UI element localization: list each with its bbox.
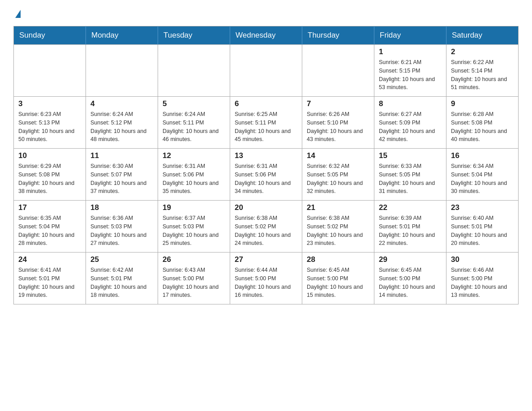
calendar-cell: 14Sunrise: 6:32 AMSunset: 5:05 PMDayligh… bbox=[302, 149, 374, 201]
calendar-cell: 10Sunrise: 6:29 AMSunset: 5:08 PMDayligh… bbox=[14, 149, 86, 201]
calendar-cell: 22Sunrise: 6:39 AMSunset: 5:01 PMDayligh… bbox=[374, 201, 446, 253]
day-info: Sunrise: 6:40 AMSunset: 5:01 PMDaylight:… bbox=[451, 214, 514, 248]
day-number: 28 bbox=[307, 255, 369, 264]
page-header bbox=[13, 9, 519, 17]
calendar-cell: 28Sunrise: 6:45 AMSunset: 5:00 PMDayligh… bbox=[302, 253, 374, 304]
day-info: Sunrise: 6:23 AMSunset: 5:13 PMDaylight:… bbox=[18, 110, 81, 144]
day-number: 19 bbox=[163, 203, 225, 212]
day-info: Sunrise: 6:37 AMSunset: 5:03 PMDaylight:… bbox=[163, 214, 225, 248]
day-number: 17 bbox=[18, 203, 81, 212]
day-info: Sunrise: 6:45 AMSunset: 5:00 PMDaylight:… bbox=[307, 266, 369, 300]
day-number: 13 bbox=[235, 151, 297, 160]
week-row-3: 10Sunrise: 6:29 AMSunset: 5:08 PMDayligh… bbox=[14, 149, 519, 201]
day-number: 21 bbox=[307, 203, 369, 212]
calendar-cell: 12Sunrise: 6:31 AMSunset: 5:06 PMDayligh… bbox=[158, 149, 230, 201]
day-info: Sunrise: 6:24 AMSunset: 5:11 PMDaylight:… bbox=[163, 110, 225, 144]
day-number: 23 bbox=[451, 203, 514, 212]
calendar-cell: 8Sunrise: 6:27 AMSunset: 5:09 PMDaylight… bbox=[374, 97, 446, 149]
day-number: 1 bbox=[379, 47, 442, 56]
day-number: 22 bbox=[379, 203, 442, 212]
day-number: 27 bbox=[235, 255, 297, 264]
week-row-2: 3Sunrise: 6:23 AMSunset: 5:13 PMDaylight… bbox=[14, 97, 519, 149]
calendar-cell: 30Sunrise: 6:46 AMSunset: 5:00 PMDayligh… bbox=[446, 253, 519, 304]
calendar-cell: 9Sunrise: 6:28 AMSunset: 5:08 PMDaylight… bbox=[446, 97, 519, 149]
weekday-header-wednesday: Wednesday bbox=[230, 26, 302, 45]
day-number: 26 bbox=[163, 255, 225, 264]
day-number: 3 bbox=[18, 99, 81, 108]
calendar-cell: 29Sunrise: 6:45 AMSunset: 5:00 PMDayligh… bbox=[374, 253, 446, 304]
weekday-header-friday: Friday bbox=[374, 26, 446, 45]
day-number: 9 bbox=[451, 99, 514, 108]
day-number: 7 bbox=[307, 99, 369, 108]
day-info: Sunrise: 6:45 AMSunset: 5:00 PMDaylight:… bbox=[379, 266, 442, 300]
calendar-cell: 16Sunrise: 6:34 AMSunset: 5:04 PMDayligh… bbox=[446, 149, 519, 201]
day-number: 18 bbox=[90, 203, 153, 212]
day-info: Sunrise: 6:22 AMSunset: 5:14 PMDaylight:… bbox=[451, 58, 514, 92]
day-info: Sunrise: 6:38 AMSunset: 5:02 PMDaylight:… bbox=[235, 214, 297, 248]
day-number: 20 bbox=[235, 203, 297, 212]
day-number: 16 bbox=[451, 151, 514, 160]
calendar-cell: 23Sunrise: 6:40 AMSunset: 5:01 PMDayligh… bbox=[446, 201, 519, 253]
calendar-cell: 20Sunrise: 6:38 AMSunset: 5:02 PMDayligh… bbox=[230, 201, 302, 253]
day-number: 30 bbox=[451, 255, 514, 264]
weekday-header-saturday: Saturday bbox=[446, 26, 519, 45]
day-number: 8 bbox=[379, 99, 442, 108]
day-number: 15 bbox=[379, 151, 442, 160]
day-info: Sunrise: 6:34 AMSunset: 5:04 PMDaylight:… bbox=[451, 162, 514, 196]
logo bbox=[13, 9, 21, 17]
day-info: Sunrise: 6:36 AMSunset: 5:03 PMDaylight:… bbox=[90, 214, 153, 248]
day-number: 12 bbox=[163, 151, 225, 160]
day-number: 11 bbox=[90, 151, 153, 160]
calendar-cell: 1Sunrise: 6:21 AMSunset: 5:15 PMDaylight… bbox=[374, 45, 446, 97]
day-number: 2 bbox=[451, 47, 514, 56]
day-number: 5 bbox=[163, 99, 225, 108]
calendar-cell: 7Sunrise: 6:26 AMSunset: 5:10 PMDaylight… bbox=[302, 97, 374, 149]
day-number: 6 bbox=[235, 99, 297, 108]
calendar-cell: 2Sunrise: 6:22 AMSunset: 5:14 PMDaylight… bbox=[446, 45, 519, 97]
day-number: 10 bbox=[18, 151, 81, 160]
day-info: Sunrise: 6:33 AMSunset: 5:05 PMDaylight:… bbox=[379, 162, 442, 196]
calendar-cell bbox=[302, 45, 374, 97]
day-info: Sunrise: 6:31 AMSunset: 5:06 PMDaylight:… bbox=[235, 162, 297, 196]
day-info: Sunrise: 6:42 AMSunset: 5:01 PMDaylight:… bbox=[90, 266, 153, 300]
day-info: Sunrise: 6:38 AMSunset: 5:02 PMDaylight:… bbox=[307, 214, 369, 248]
day-info: Sunrise: 6:39 AMSunset: 5:01 PMDaylight:… bbox=[379, 214, 442, 248]
calendar-cell bbox=[230, 45, 302, 97]
week-row-1: 1Sunrise: 6:21 AMSunset: 5:15 PMDaylight… bbox=[14, 45, 519, 97]
calendar-table: SundayMondayTuesdayWednesdayThursdayFrid… bbox=[13, 26, 519, 304]
calendar-cell: 18Sunrise: 6:36 AMSunset: 5:03 PMDayligh… bbox=[86, 201, 158, 253]
day-info: Sunrise: 6:27 AMSunset: 5:09 PMDaylight:… bbox=[379, 110, 442, 144]
weekday-header-thursday: Thursday bbox=[302, 26, 374, 45]
calendar-cell: 4Sunrise: 6:24 AMSunset: 5:12 PMDaylight… bbox=[86, 97, 158, 149]
weekday-header-row: SundayMondayTuesdayWednesdayThursdayFrid… bbox=[14, 26, 519, 45]
day-info: Sunrise: 6:46 AMSunset: 5:00 PMDaylight:… bbox=[451, 266, 514, 300]
calendar-cell: 11Sunrise: 6:30 AMSunset: 5:07 PMDayligh… bbox=[86, 149, 158, 201]
day-info: Sunrise: 6:41 AMSunset: 5:01 PMDaylight:… bbox=[18, 266, 81, 300]
day-number: 4 bbox=[90, 99, 153, 108]
calendar-cell bbox=[86, 45, 158, 97]
day-number: 14 bbox=[307, 151, 369, 160]
day-number: 24 bbox=[18, 255, 81, 264]
calendar-cell: 15Sunrise: 6:33 AMSunset: 5:05 PMDayligh… bbox=[374, 149, 446, 201]
weekday-header-tuesday: Tuesday bbox=[158, 26, 230, 45]
week-row-5: 24Sunrise: 6:41 AMSunset: 5:01 PMDayligh… bbox=[14, 253, 519, 304]
logo-triangle-icon bbox=[15, 10, 21, 18]
day-info: Sunrise: 6:44 AMSunset: 5:00 PMDaylight:… bbox=[235, 266, 297, 300]
calendar-cell bbox=[14, 45, 86, 97]
day-info: Sunrise: 6:29 AMSunset: 5:08 PMDaylight:… bbox=[18, 162, 81, 196]
calendar-cell: 21Sunrise: 6:38 AMSunset: 5:02 PMDayligh… bbox=[302, 201, 374, 253]
day-info: Sunrise: 6:25 AMSunset: 5:11 PMDaylight:… bbox=[235, 110, 297, 144]
weekday-header-sunday: Sunday bbox=[14, 26, 86, 45]
day-number: 25 bbox=[90, 255, 153, 264]
calendar-cell: 3Sunrise: 6:23 AMSunset: 5:13 PMDaylight… bbox=[14, 97, 86, 149]
calendar-cell: 17Sunrise: 6:35 AMSunset: 5:04 PMDayligh… bbox=[14, 201, 86, 253]
calendar-cell: 27Sunrise: 6:44 AMSunset: 5:00 PMDayligh… bbox=[230, 253, 302, 304]
calendar-cell: 26Sunrise: 6:43 AMSunset: 5:00 PMDayligh… bbox=[158, 253, 230, 304]
weekday-header-monday: Monday bbox=[86, 26, 158, 45]
calendar-cell: 19Sunrise: 6:37 AMSunset: 5:03 PMDayligh… bbox=[158, 201, 230, 253]
calendar-cell: 25Sunrise: 6:42 AMSunset: 5:01 PMDayligh… bbox=[86, 253, 158, 304]
day-info: Sunrise: 6:30 AMSunset: 5:07 PMDaylight:… bbox=[90, 162, 153, 196]
day-info: Sunrise: 6:32 AMSunset: 5:05 PMDaylight:… bbox=[307, 162, 369, 196]
calendar-cell: 5Sunrise: 6:24 AMSunset: 5:11 PMDaylight… bbox=[158, 97, 230, 149]
calendar-cell bbox=[158, 45, 230, 97]
